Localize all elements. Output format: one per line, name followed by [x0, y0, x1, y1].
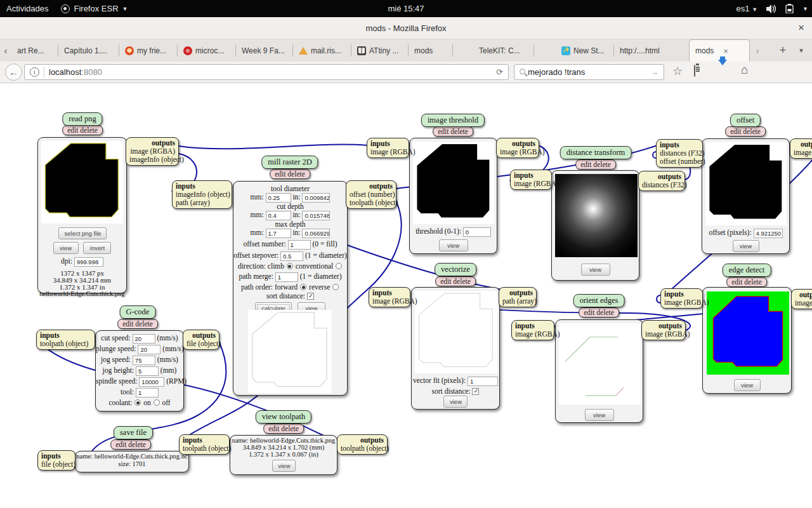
clock[interactable]: mié 15:47 — [388, 4, 424, 13]
offset-stepover-field[interactable]: 0.5 — [280, 251, 303, 261]
new-tab-button[interactable]: + — [775, 39, 790, 62]
battery-icon[interactable] — [785, 4, 794, 13]
download-icon[interactable] — [718, 65, 727, 77]
list-tabs-button[interactable]: ▾ — [794, 39, 808, 62]
port-vectorize-inputs[interactable]: inputs image (RGBA) — [369, 287, 410, 307]
cut-depth-mm-field[interactable]: 0.4 — [266, 211, 291, 220]
window-close-button[interactable]: × — [798, 22, 804, 34]
port-read-png-outputs[interactable]: outputs image (RGBA) imageInfo (object) — [126, 137, 179, 166]
tab-mods-active[interactable]: mods× — [689, 39, 750, 62]
search-bar[interactable]: mejorado !trans → — [514, 64, 664, 80]
search-go-icon[interactable]: → — [650, 67, 658, 77]
coolant-on-radio[interactable] — [134, 399, 141, 406]
direction-conventional-radio[interactable] — [336, 263, 342, 269]
port-gcode-inputs[interactable]: inputs toolpath (object) — [36, 330, 95, 350]
tab-attiny[interactable]: ATtiny ... — [351, 39, 409, 62]
port-image-threshold-outputs[interactable]: outputs image (RGBA) — [496, 138, 539, 158]
system-menu-caret-icon[interactable]: ▼ — [802, 6, 808, 12]
edit-delete-read-png[interactable]: edit delete — [62, 125, 103, 135]
port-orient-edges-inputs[interactable]: inputs image (RGBA) — [511, 320, 554, 340]
edit-delete-offset[interactable]: edit delete — [725, 126, 766, 137]
port-offset-outputs[interactable]: outputs image (RGBA) — [790, 138, 812, 159]
home-icon[interactable]: ⌂ — [741, 63, 748, 77]
edit-delete-edge-detect[interactable]: edit delete — [726, 277, 767, 287]
sort-distance-checkbox[interactable] — [307, 293, 314, 300]
bookmark-star-icon[interactable]: ☆ — [672, 64, 683, 78]
tab-http-html[interactable]: http:/....html — [614, 39, 675, 62]
activities-button[interactable]: Actividades — [0, 4, 55, 13]
cut-depth-in-field[interactable]: 0.0157480 — [302, 211, 330, 220]
port-orient-edges-outputs[interactable]: outputs image (RGBA) — [641, 320, 686, 340]
module-title-view-toolpath[interactable]: view toolpath — [256, 410, 311, 424]
image-threshold-view-button[interactable]: view — [439, 239, 468, 251]
edit-delete-orient-edges[interactable]: edit delete — [579, 307, 619, 318]
path-order-forward-radio[interactable] — [300, 284, 306, 290]
tab-week9[interactable]: Week 9 Fa... — [236, 39, 293, 62]
max-depth-mm-field[interactable]: 1.7 — [266, 229, 291, 238]
edit-delete-gcode[interactable]: edit delete — [117, 319, 158, 329]
reload-icon[interactable]: ⟳ — [496, 67, 503, 77]
select-png-file-button[interactable]: select png file — [58, 227, 107, 239]
jog-speed-field[interactable]: 75 — [133, 356, 155, 365]
port-offset-inputs[interactable]: inputs distances (F32) offset (number) — [656, 139, 703, 168]
module-title-save-file[interactable]: save file — [114, 426, 153, 439]
jog-height-field[interactable]: 5 — [136, 366, 159, 376]
tab-scroll-right-button[interactable]: › — [750, 39, 764, 62]
module-title-mill-raster-2d[interactable]: mill raster 2D — [261, 156, 318, 169]
offset-view-button[interactable]: view — [733, 240, 759, 252]
tab-capitulo[interactable]: Capítulo 1.... — [58, 39, 119, 62]
path-merge-field[interactable]: 1 — [275, 272, 298, 282]
orient-edges-view-button[interactable]: view — [585, 409, 614, 421]
back-button[interactable]: ← — [5, 64, 22, 81]
vector-fit-field[interactable]: 1 — [468, 377, 498, 386]
module-title-distance-transform[interactable]: distance transform — [560, 146, 632, 159]
threshold-field[interactable]: 0 — [463, 227, 491, 237]
vectorize-sort-checkbox[interactable] — [472, 388, 479, 395]
port-save-file-inputs[interactable]: inputs file (object) — [37, 450, 75, 471]
tab-telekit[interactable]: TeleKIT: C... — [473, 39, 534, 62]
path-order-reverse-radio[interactable] — [332, 284, 339, 290]
vectorize-view-button[interactable]: view — [443, 396, 468, 408]
module-title-vectorize[interactable]: vectorize — [435, 263, 476, 276]
site-info-icon[interactable]: i — [30, 67, 39, 77]
tab-close-icon[interactable]: × — [723, 46, 728, 56]
tool-field[interactable]: 1 — [136, 388, 159, 398]
edit-delete-view-toolpath[interactable]: edit delete — [263, 424, 304, 434]
app-menu[interactable]: Firefox ESR ▼ — [55, 4, 134, 13]
tab-new-st[interactable]: New St... — [556, 39, 614, 62]
module-title-gcode[interactable]: G-code — [120, 305, 156, 319]
module-title-orient-edges[interactable]: orient edges — [573, 294, 625, 307]
port-view-toolpath-outputs[interactable]: outputs toolpath (object) — [337, 434, 388, 455]
distance-transform-view-button[interactable]: view — [581, 264, 610, 276]
tab-scroll-left-button[interactable]: ‹ — [0, 39, 11, 62]
keyboard-layout[interactable]: es1 ▼ — [737, 4, 758, 13]
port-image-threshold-inputs[interactable]: inputs image (RGBA) — [367, 138, 409, 158]
module-title-read-png[interactable]: read png — [62, 112, 102, 126]
tool-diameter-in-field[interactable]: 0.0098425 — [302, 193, 330, 203]
module-title-edge-detect[interactable]: edge detect — [723, 264, 771, 277]
edit-delete-save-file[interactable]: edit delete — [110, 439, 151, 450]
volume-icon[interactable] — [766, 4, 776, 13]
port-mill-raster-inputs[interactable]: inputs imageInfo (object) path (array) — [172, 180, 232, 209]
edit-delete-distance-transform[interactable]: edit delete — [575, 159, 616, 170]
offset-number-field[interactable]: 1 — [288, 240, 311, 250]
tab-mail-ris[interactable]: mail.ris... — [293, 39, 351, 62]
invert-button[interactable]: invert — [83, 242, 111, 254]
coolant-off-radio[interactable] — [154, 399, 160, 406]
offset-pixels-field[interactable]: 4.921250 — [754, 229, 783, 238]
edit-delete-vectorize[interactable]: edit delete — [435, 276, 476, 286]
module-title-image-threshold[interactable]: image threshold — [421, 114, 485, 127]
port-edge-detect-inputs[interactable]: inputs image (RGBA) — [660, 288, 703, 309]
direction-climb-radio[interactable] — [287, 263, 293, 269]
dpi-field[interactable]: 999.998 — [74, 257, 103, 267]
edit-delete-image-threshold[interactable]: edit delete — [433, 126, 473, 137]
port-view-toolpath-inputs[interactable]: inputs toolpath (object) — [179, 434, 230, 455]
tool-diameter-mm-field[interactable]: 0.25 — [266, 193, 291, 203]
module-title-offset[interactable]: offset — [730, 114, 761, 127]
port-gcode-outputs[interactable]: outputs file (object) — [183, 330, 219, 350]
tab-art-re[interactable]: art Re... — [11, 39, 58, 62]
cut-speed-field[interactable]: 20 — [133, 334, 155, 344]
view-toolpath-view-button[interactable]: view — [272, 460, 296, 472]
plunge-speed-field[interactable]: 20 — [138, 345, 160, 354]
edge-detect-view-button[interactable]: view — [734, 379, 761, 391]
